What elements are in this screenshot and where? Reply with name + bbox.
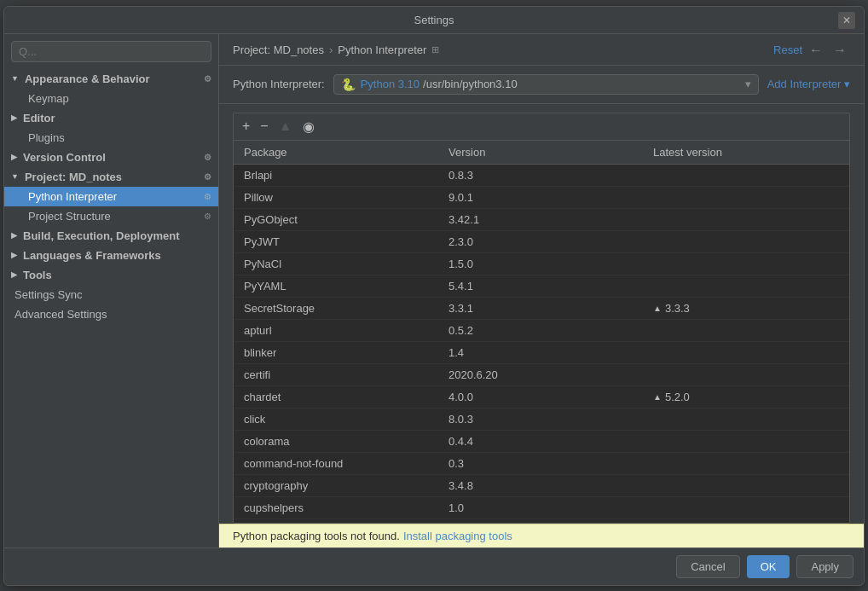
breadcrumb-separator: ›	[329, 43, 333, 56]
forward-button[interactable]: →	[830, 43, 850, 58]
table-row[interactable]: certifi2020.6.20	[234, 364, 849, 386]
cell-package: PyJWT	[240, 233, 445, 251]
table-row[interactable]: apturl0.5.2	[234, 320, 849, 342]
cell-package: blinker	[240, 344, 445, 362]
cell-version: 3.3.1	[445, 299, 650, 317]
cell-version: 3.42.1	[445, 211, 650, 229]
sidebar-item-tools[interactable]: ▶ Tools	[4, 265, 218, 285]
search-input[interactable]	[11, 41, 211, 62]
cell-latest	[650, 499, 842, 517]
cell-latest	[650, 432, 842, 450]
cancel-button[interactable]: Cancel	[676, 555, 739, 578]
table-row[interactable]: chardet4.0.0▲ 5.2.0	[234, 386, 849, 408]
cell-latest: ▲ 5.2.0	[650, 388, 842, 406]
sidebar-item-advanced-settings[interactable]: Advanced Settings	[4, 304, 218, 324]
sidebar-item-label: Languages & Frameworks	[23, 249, 161, 262]
cell-package: apturl	[240, 322, 445, 339]
cell-version: 0.4.4	[445, 432, 650, 450]
eye-button[interactable]: ◉	[299, 117, 318, 136]
interpreter-label: Python Interpreter:	[233, 78, 325, 90]
breadcrumb: Project: MD_notes › Python Interpreter ⊞…	[219, 34, 864, 66]
sidebar-item-plugins[interactable]: Plugins	[4, 128, 218, 148]
cell-package: cupshelpers	[240, 499, 445, 517]
add-interpreter-button[interactable]: Add Interpreter ▾	[767, 78, 850, 90]
nav-buttons: Reset ← →	[773, 43, 850, 58]
cell-latest	[650, 322, 842, 339]
ok-button[interactable]: OK	[747, 555, 790, 578]
sidebar-item-appearance[interactable]: ▼ Appearance & Behavior ⚙	[4, 69, 218, 89]
sidebar-item-python-interpreter[interactable]: Python Interpreter ⚙	[4, 187, 218, 206]
cell-package: Brlapi	[240, 166, 445, 184]
sidebar-item-build[interactable]: ▶ Build, Execution, Deployment	[4, 226, 218, 246]
cell-latest	[650, 166, 842, 184]
sidebar-item-label: Keymap	[28, 92, 69, 105]
table-row[interactable]: PyJWT2.3.0	[234, 231, 849, 253]
table-row[interactable]: blinker1.4	[234, 342, 849, 364]
breadcrumb-current: Python Interpreter	[338, 43, 426, 56]
cell-latest	[650, 410, 842, 428]
table-header: Package Version Latest version	[234, 141, 849, 165]
table-row[interactable]: command-not-found0.3	[234, 453, 849, 475]
table-row[interactable]: PyYAML5.4.1	[234, 275, 849, 298]
sidebar-item-version-control[interactable]: ▶ Version Control ⚙	[4, 148, 218, 167]
status-message: Python packaging tools not found.	[233, 530, 400, 542]
reset-button[interactable]: Reset	[773, 43, 802, 56]
dialog-footer: Cancel OK Apply	[4, 548, 864, 585]
table-row[interactable]: SecretStorage3.3.1▲ 3.3.3	[234, 298, 849, 320]
table-row[interactable]: PyNaCl1.5.0	[234, 253, 849, 275]
table-row[interactable]: PyGObject3.42.1	[234, 209, 849, 231]
cell-package: certifi	[240, 366, 445, 384]
table-toolbar: + − ▲ ◉	[234, 113, 849, 141]
cell-version: 0.5.2	[445, 322, 650, 339]
table-body: Brlapi0.8.3Pillow9.0.1PyGObject3.42.1PyJ…	[234, 165, 849, 523]
remove-package-button[interactable]: −	[257, 117, 271, 136]
cell-latest	[650, 455, 842, 472]
col-version: Version	[445, 144, 650, 160]
cell-latest: ▲ 1.3.2	[650, 521, 842, 523]
sidebar-item-label: Project: MD_notes	[25, 171, 122, 183]
table-row[interactable]: Pillow9.0.1	[234, 187, 849, 209]
settings-icon: ⚙	[204, 74, 211, 84]
cell-version: 2020.6.20	[445, 366, 650, 384]
python-icon: 🐍	[341, 78, 356, 91]
chevron-right-icon: ▶	[11, 153, 17, 161]
sidebar-item-languages[interactable]: ▶ Languages & Frameworks	[4, 246, 218, 265]
apply-button[interactable]: Apply	[796, 555, 854, 578]
sidebar-item-label: Settings Sync	[14, 288, 83, 301]
cell-latest	[650, 188, 842, 206]
add-package-button[interactable]: +	[239, 117, 253, 136]
table-row[interactable]: cupshelpers1.0	[234, 497, 849, 519]
sidebar-item-project[interactable]: ▼ Project: MD_notes ⚙	[4, 167, 218, 187]
interpreter-select[interactable]: 🐍 Python 3.10 /usr/bin/python3.10 ▾	[333, 74, 759, 95]
sidebar-item-label: Appearance & Behavior	[25, 72, 150, 85]
cell-package: PyGObject	[240, 211, 445, 229]
interpreter-name: Python 3.10	[361, 78, 420, 90]
sidebar-item-label: Project Structure	[28, 210, 111, 223]
sidebar-item-keymap[interactable]: Keymap	[4, 89, 218, 108]
settings-icon: ⚙	[204, 153, 211, 162]
cell-version: 0.3	[445, 455, 650, 472]
table-row[interactable]: Brlapi0.8.3	[234, 165, 849, 187]
content-area: ▼ Appearance & Behavior ⚙ Keymap ▶ Edito…	[4, 34, 864, 548]
cell-package: click	[240, 410, 445, 428]
cell-version: 4.0.0	[445, 388, 650, 406]
back-button[interactable]: ←	[806, 43, 826, 58]
cell-package: dbus-python	[240, 521, 445, 523]
install-packaging-link[interactable]: Install packaging tools	[403, 530, 512, 542]
sidebar-item-label: Tools	[23, 269, 52, 281]
col-package: Package	[240, 144, 445, 160]
dropdown-arrow-icon: ▾	[745, 78, 751, 90]
sidebar-item-settings-sync[interactable]: Settings Sync	[4, 285, 218, 304]
cell-package: Pillow	[240, 188, 445, 206]
chevron-right-icon: ▶	[11, 270, 17, 279]
table-row[interactable]: colorama0.4.4	[234, 431, 849, 453]
close-button[interactable]: ✕	[838, 12, 855, 29]
table-row[interactable]: cryptography3.4.8	[234, 475, 849, 497]
up-package-button[interactable]: ▲	[275, 117, 296, 136]
interpreter-row: Python Interpreter: 🐍 Python 3.10 /usr/b…	[219, 66, 864, 104]
table-row[interactable]: click8.0.3	[234, 408, 849, 431]
sidebar-item-label: Build, Execution, Deployment	[23, 229, 179, 242]
sidebar-item-editor[interactable]: ▶ Editor	[4, 108, 218, 128]
sidebar-item-project-structure[interactable]: Project Structure ⚙	[4, 206, 218, 226]
table-row[interactable]: dbus-python1.2.18▲ 1.3.2	[234, 519, 849, 523]
